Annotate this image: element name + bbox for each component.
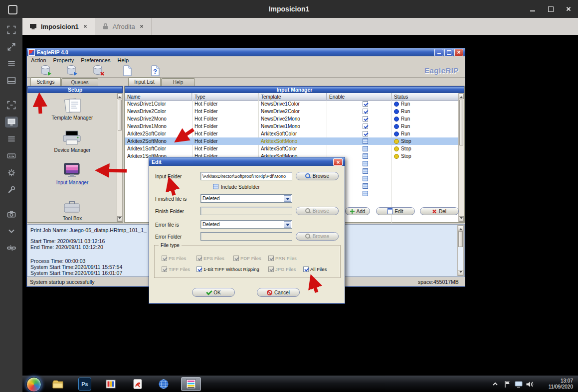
menu-help[interactable]: Help [117, 57, 129, 63]
table-row[interactable]: Arkitex1SoftColor Hot Folder ArkitexSoft… [125, 145, 458, 152]
scroll-down-button[interactable] [117, 216, 122, 222]
table-row[interactable]: NewsDrive2Mono Hot Folder NewsDrive2Mono… [125, 115, 458, 123]
dialog-titlebar[interactable]: Edit [149, 157, 345, 166]
tab-input-list[interactable]: Input List [128, 77, 161, 86]
scaled-view-icon[interactable] [5, 117, 18, 128]
stop-input-icon[interactable] [91, 64, 106, 77]
one-bit-tiff-option[interactable]: 1-Bit TIFF Without Ripping [196, 266, 259, 272]
keyboard-icon[interactable] [5, 150, 18, 161]
table-row[interactable]: Arkitex2SoftColor Hot Folder ArkitexSoft… [125, 130, 458, 137]
scroll-thumb[interactable] [118, 100, 122, 131]
enable-checkbox[interactable] [363, 183, 368, 189]
setup-item-template-manager[interactable]: Template Manager [30, 97, 114, 121]
setup-item-input-manager[interactable]: Input Manager [30, 162, 114, 185]
scroll-up-button[interactable] [459, 94, 464, 99]
scroll-thumb[interactable] [459, 100, 463, 145]
table-scrollbar[interactable] [458, 93, 464, 222]
table-row-selected[interactable]: Arkitex2SoftMono Hot Folder ArkitexSoftM… [125, 137, 458, 145]
include-subfolder-checkbox[interactable] [213, 184, 218, 189]
enable-checkbox[interactable] [363, 116, 368, 122]
enable-checkbox[interactable] [363, 101, 368, 107]
photoshop-icon[interactable]: Ps [77, 377, 92, 391]
checkbox[interactable] [196, 266, 202, 272]
add-button[interactable]: Add [345, 207, 370, 215]
menu-preferences[interactable]: Preferences [81, 57, 110, 63]
enable-checkbox[interactable] [363, 176, 368, 181]
display-tray-icon[interactable] [513, 377, 524, 391]
tab-imposicion1[interactable]: Imposicion1 [22, 18, 95, 35]
col-name[interactable]: Name [125, 93, 192, 100]
enable-checkbox[interactable] [363, 168, 368, 174]
close-button[interactable] [454, 49, 463, 56]
setup-item-device-manager[interactable]: Device Manager [30, 130, 114, 153]
enable-checkbox[interactable] [363, 131, 368, 136]
enable-checkbox[interactable] [363, 138, 368, 144]
dropdown-arrow-icon[interactable] [284, 221, 291, 228]
gear-icon[interactable] [5, 167, 18, 178]
scroll-down-button[interactable] [459, 216, 464, 222]
minimize-button[interactable] [527, 4, 538, 14]
minimize-button[interactable] [434, 49, 443, 56]
manage-input-icon[interactable] [65, 64, 80, 77]
error-file-combo[interactable]: Deleted [200, 220, 292, 229]
enable-checkbox[interactable] [363, 146, 368, 151]
eaglerip-titlebar[interactable]: EagleRIP 4.0 [27, 48, 465, 56]
tab-queues[interactable]: Queues [61, 78, 98, 86]
image-viewer-icon[interactable] [103, 377, 118, 391]
browser-icon[interactable] [156, 377, 171, 391]
del-button[interactable]: Del [420, 207, 459, 215]
browse-input-folder-button[interactable]: Browse [296, 172, 339, 180]
maximize-button[interactable] [444, 49, 453, 56]
tab-afrodita[interactable]: Afrodita [95, 18, 152, 35]
close-button[interactable] [563, 4, 574, 14]
window-resize-icon[interactable] [5, 75, 18, 86]
enable-checkbox[interactable] [363, 161, 368, 166]
window-titlebar[interactable]: Imposicion1 [0, 0, 578, 18]
chevron-down-icon[interactable] [5, 226, 18, 237]
cancel-button[interactable]: Cancel [257, 288, 300, 297]
table-row[interactable]: NewsDrive1Mono Hot Folder NewsDrive1Mono… [125, 123, 458, 130]
finished-file-combo[interactable]: Deleted [200, 194, 292, 203]
pdf-reader-icon[interactable] [130, 377, 145, 391]
menu-action[interactable]: Action [31, 57, 46, 63]
dropdown-arrow-icon[interactable] [284, 195, 291, 202]
menu-lines-icon[interactable] [5, 58, 18, 69]
enable-checkbox[interactable] [363, 124, 368, 129]
eaglerip-taskbar-icon[interactable] [181, 377, 201, 391]
start-button[interactable] [26, 377, 41, 392]
menu-property[interactable]: Property [53, 57, 74, 63]
list-menu-icon[interactable] [5, 133, 18, 144]
enable-checkbox[interactable] [363, 191, 368, 196]
taskbar-clock[interactable]: 13:07 11/09/2020 [537, 377, 573, 391]
col-type[interactable]: Type [192, 93, 258, 100]
file-explorer-icon[interactable] [50, 377, 65, 391]
setup-item-tool-box[interactable]: Tool Box [30, 198, 114, 221]
tab-settings[interactable]: Settings [30, 77, 61, 86]
input-folder-field[interactable]: \ArkitexDirector\Softproof\ToRip\Pdf\Mon… [200, 172, 292, 180]
col-template[interactable]: Template [258, 93, 327, 100]
enable-checkbox[interactable] [363, 153, 368, 159]
selection-corners-icon[interactable] [5, 24, 18, 35]
help-icon[interactable]: ? [148, 64, 163, 77]
enable-checkbox[interactable] [363, 109, 368, 114]
col-enable[interactable]: Enable [327, 93, 391, 100]
table-row[interactable]: NewsDrive2Color Hot Folder NewsDrive2Col… [125, 108, 458, 115]
capture-corners-icon[interactable] [5, 100, 18, 111]
scroll-down-button[interactable] [458, 270, 463, 275]
close-tab-icon[interactable] [140, 24, 143, 28]
wrench-icon[interactable] [5, 184, 18, 195]
tab-help[interactable]: Help [161, 78, 195, 86]
start-input-icon[interactable] [39, 64, 54, 77]
close-tab-icon[interactable] [83, 24, 87, 28]
scroll-thumb[interactable] [458, 231, 463, 247]
checkbox[interactable] [303, 266, 309, 272]
tray-expand-icon[interactable] [490, 377, 500, 391]
ok-button[interactable]: OK [192, 288, 235, 297]
col-status[interactable]: Status [391, 93, 458, 100]
scroll-up-button[interactable] [458, 226, 463, 231]
edit-button[interactable]: Edit [376, 207, 415, 215]
setup-scrollbar[interactable] [117, 93, 123, 222]
volume-icon[interactable] [524, 377, 535, 391]
job-info-scrollbar[interactable] [457, 225, 464, 276]
fullscreen-icon[interactable] [5, 41, 18, 52]
